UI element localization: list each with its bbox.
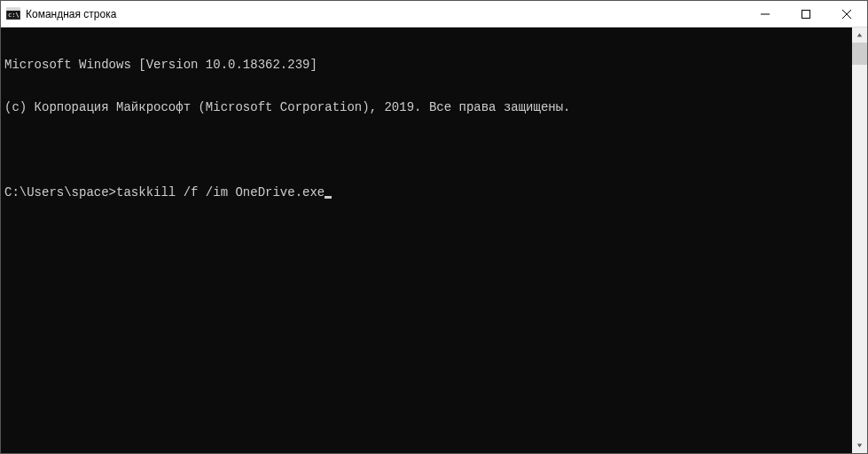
scroll-down-button[interactable] xyxy=(852,438,867,453)
content-area: Microsoft Windows [Version 10.0.18362.23… xyxy=(1,27,867,453)
svg-text:c:\: c:\ xyxy=(8,12,20,19)
scroll-thumb[interactable] xyxy=(852,43,867,65)
minimize-button[interactable] xyxy=(745,1,786,27)
prompt-line: C:\Users\space>taskkill /f /im OneDrive.… xyxy=(4,185,848,200)
prompt-text: C:\Users\space> xyxy=(4,185,116,200)
command-text: taskkill /f /im OneDrive.exe xyxy=(116,185,325,200)
svg-marker-7 xyxy=(857,33,863,36)
command-prompt-window: c:\ Командная строка Microsoft Windows [… xyxy=(0,0,868,454)
scroll-track[interactable] xyxy=(852,43,867,438)
svg-rect-1 xyxy=(6,8,20,11)
window-controls xyxy=(745,1,867,27)
vertical-scrollbar[interactable] xyxy=(852,27,867,453)
cursor xyxy=(325,196,332,199)
copyright-line: (c) Корпорация Майкрософт (Microsoft Cor… xyxy=(4,100,848,114)
window-title: Командная строка xyxy=(26,8,116,20)
terminal-output[interactable]: Microsoft Windows [Version 10.0.18362.23… xyxy=(1,27,852,453)
close-button[interactable] xyxy=(826,1,867,27)
scroll-up-button[interactable] xyxy=(852,27,867,43)
version-line: Microsoft Windows [Version 10.0.18362.23… xyxy=(4,58,848,72)
titlebar[interactable]: c:\ Командная строка xyxy=(1,1,867,27)
svg-marker-8 xyxy=(857,443,863,447)
maximize-button[interactable] xyxy=(786,1,826,27)
empty-line xyxy=(4,143,848,157)
cmd-icon: c:\ xyxy=(6,7,20,21)
titlebar-left: c:\ Командная строка xyxy=(1,7,116,21)
svg-rect-4 xyxy=(802,10,810,18)
